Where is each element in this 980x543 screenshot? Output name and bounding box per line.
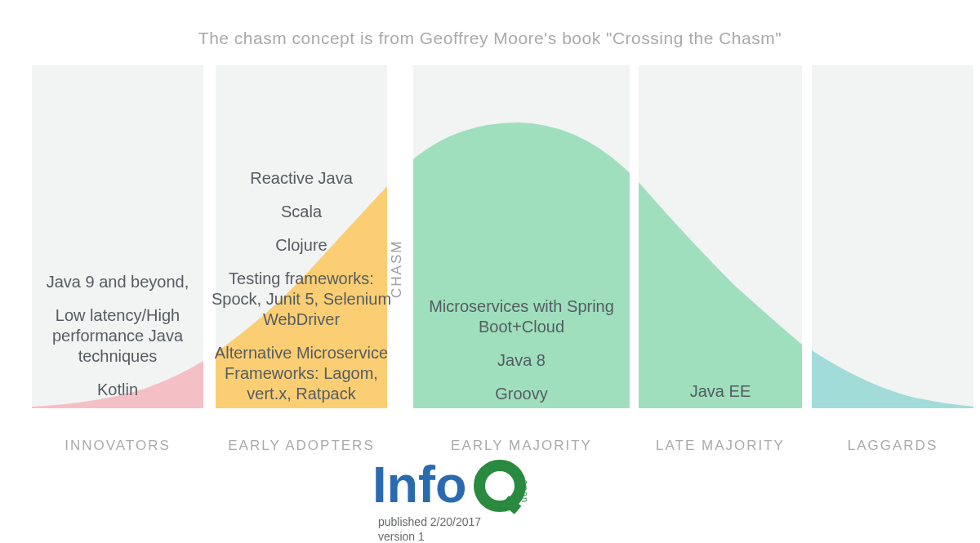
tech-item: Reactive Java xyxy=(207,168,395,189)
axis-label-late-majority: LATE MAJORITY xyxy=(639,438,802,454)
axis-label-early-majority: EARLY MAJORITY xyxy=(413,438,630,454)
stack-innovators: Java 9 and beyond, Low latency/High perf… xyxy=(32,196,203,400)
curve-segment-laggards xyxy=(812,350,973,408)
diagram-page: The chasm concept is from Geoffrey Moore… xyxy=(0,0,980,543)
adoption-curve-chart: CHASM Java 9 and beyond, Low latency/Hig… xyxy=(0,65,980,408)
tech-item: Java 8 xyxy=(413,350,630,371)
tech-item: Kotlin xyxy=(32,380,203,400)
tech-item: Java EE xyxy=(639,381,802,402)
axis-label-early-adopters: EARLY ADOPTERS xyxy=(216,438,387,454)
infoq-logo: Info ueue xyxy=(372,455,585,514)
footer-logo-block: Info ueue published 2/20/2017 version 1 xyxy=(372,455,617,543)
tech-item: Java 9 and beyond, xyxy=(32,272,203,292)
stack-early-majority: Microservices with Spring Boot+Cloud Jav… xyxy=(413,180,630,404)
axis-label-innovators: INNOVATORS xyxy=(32,438,203,454)
published-line: published 2/20/2017 xyxy=(378,515,617,530)
stack-early-adopters: Reactive Java Scala Clojure Testing fram… xyxy=(207,78,395,404)
tech-item: Low latency/High performance Java techni… xyxy=(32,305,203,367)
version-line: version 1 xyxy=(378,530,617,544)
axis-label-laggards: LAGGARDS xyxy=(812,438,973,454)
tech-item: Alternative Microservice Frameworks: Lag… xyxy=(207,343,395,404)
logo-ueue-text: ueue xyxy=(519,479,528,502)
stack-late-majority: Java EE xyxy=(639,302,802,402)
tech-item: Scala xyxy=(207,202,395,222)
tech-item: Groovy xyxy=(413,384,630,404)
logo-q-glyph xyxy=(479,465,521,514)
tech-item: Clojure xyxy=(207,235,395,256)
logo-info-text: Info xyxy=(372,456,466,513)
subtitle-text: The chasm concept is from Geoffrey Moore… xyxy=(0,29,980,48)
tech-item: Testing frameworks: Spock, Junit 5, Sele… xyxy=(207,269,395,330)
tech-item: Microservices with Spring Boot+Cloud xyxy=(413,296,630,337)
